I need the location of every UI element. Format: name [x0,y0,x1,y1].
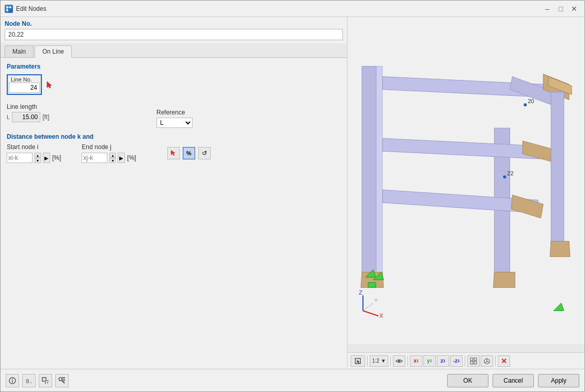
params-header: Parameters [7,63,341,70]
line-no-input[interactable] [9,83,40,93]
xj-k-unit: [%] [127,154,136,161]
bottom-tools: 0.00 [6,374,447,387]
info-btn[interactable] [6,374,19,387]
maximize-button[interactable]: □ [555,4,567,14]
svg-text:22: 22 [507,170,513,176]
apply-button[interactable]: Apply [538,374,579,387]
y1-btn[interactable]: y1 [423,355,436,367]
bottom-actions: OK Cancel Apply [447,374,579,387]
start-node-label: Start node i [7,143,61,151]
scale-group: 1:2 ▼ [370,355,388,367]
svg-point-46 [12,379,13,380]
minimize-button[interactable]: – [541,4,554,14]
line-length-sub: L [7,114,10,120]
view-toolbar: 1:2 ▼ x1 y1 z1 -z1 [347,352,584,369]
start-node-section: Start node i ▲ ▼ ▶ [%] [7,143,61,163]
content-area: Node No. Main On Line Parameters Line No… [1,17,584,369]
window-title: Edit Nodes [16,5,541,12]
svg-rect-49 [42,378,46,381]
line-length-unit: [ft] [42,113,49,121]
filter-btn[interactable] [55,374,69,387]
svg-text:0.00: 0.00 [26,378,33,385]
svg-line-43 [484,362,487,363]
xj-k-spinner: ▲ ▼ [109,153,116,163]
line-no-group: Line No. [7,74,341,95]
svg-rect-38 [474,358,477,361]
pick-line-icon[interactable] [44,79,54,90]
svg-marker-23 [368,283,376,288]
params-panel: Parameters Line No. Line length [1,58,347,369]
svg-line-52 [47,382,48,383]
xi-k-arrow[interactable]: ▶ [43,153,50,163]
svg-rect-40 [474,362,477,364]
window-controls: – □ ✕ [541,4,580,14]
bottom-bar: 0.00 [1,369,584,391]
right-panel: 20 22 Z X Y [347,17,584,369]
eye-btn[interactable] [393,355,405,367]
scale-btn[interactable]: 1:2 ▼ [370,355,388,367]
structure-svg: 20 22 Z X Y [347,17,584,352]
svg-point-25 [524,103,527,106]
ok-button[interactable]: OK [447,374,488,387]
xj-k-up[interactable]: ▲ [109,153,116,158]
reference-select[interactable]: L x y z [156,118,193,128]
line-length-input[interactable] [12,112,40,122]
tab-main[interactable]: Main [5,45,34,57]
xi-k-unit: [%] [52,154,61,161]
select-btn[interactable] [39,374,52,387]
svg-rect-6 [362,67,376,283]
svg-text:Y: Y [374,297,378,303]
tab-online[interactable]: On Line [35,45,72,58]
undo-btn[interactable]: ↺ [198,147,211,159]
x2-btn[interactable]: -z1 [450,355,463,367]
xi-k-spinner: ▲ ▼ [35,153,41,163]
z1-btn[interactable]: z1 [437,355,449,367]
end-node-section: End node j ▲ ▼ ▶ [%] [82,143,136,163]
tabs-bar: Main On Line [1,43,347,58]
svg-text:20: 20 [528,98,534,104]
xj-k-down[interactable]: ▼ [109,158,116,163]
view3d-container: 20 22 Z X Y [347,17,584,352]
start-node-inputs: ▲ ▼ ▶ [%] [7,153,61,163]
svg-rect-39 [470,362,473,364]
x1-btn[interactable]: x1 [410,355,422,367]
xj-k-arrow[interactable]: ▶ [118,153,125,163]
line-no-label: Line No. [9,76,40,83]
svg-text:X: X [380,313,384,319]
reset-view-btn[interactable]: ✕ [498,355,510,367]
node-no-input[interactable] [5,29,343,40]
svg-rect-17 [551,92,564,246]
percent-btn[interactable]: % [183,147,195,159]
toolbar-sep3 [407,356,408,366]
cancel-button[interactable]: Cancel [493,374,534,387]
svg-line-44 [487,362,489,363]
edit-nodes-window: Edit Nodes – □ ✕ Node No. Main On Line P… [0,0,585,392]
xi-k-input[interactable] [7,153,33,163]
svg-rect-37 [470,358,473,361]
distance-title: Distance between node k and [7,133,341,140]
toolbar-sep1 [367,356,368,366]
grid-btn[interactable] [467,355,480,367]
xi-k-up[interactable]: ▲ [35,153,41,158]
titlebar: Edit Nodes – □ ✕ [1,1,584,17]
end-node-inputs: ▲ ▼ ▶ [%] [82,153,136,163]
xj-k-input[interactable] [82,153,107,163]
svg-text:Z: Z [359,289,362,296]
toolbar-sep5 [495,356,496,366]
cursor-tool-btn[interactable] [351,355,365,367]
distance-section: Distance between node k and Start node i… [7,133,341,163]
left-panel: Node No. Main On Line Parameters Line No… [1,17,347,369]
svg-point-36 [398,360,400,362]
svg-rect-7 [376,67,383,283]
svg-point-27 [503,175,506,178]
close-button[interactable]: ✕ [568,4,580,14]
toolbar-sep4 [465,356,465,366]
pick-tool-btn[interactable] [167,147,180,159]
svg-rect-5 [347,25,584,345]
cube-btn[interactable] [481,355,493,367]
line-no-box: Line No. [7,74,42,95]
decimal-btn[interactable]: 0.00 [22,374,36,387]
end-node-label: End node j [82,143,136,151]
svg-marker-20 [550,241,570,257]
xi-k-down[interactable]: ▼ [35,158,41,163]
